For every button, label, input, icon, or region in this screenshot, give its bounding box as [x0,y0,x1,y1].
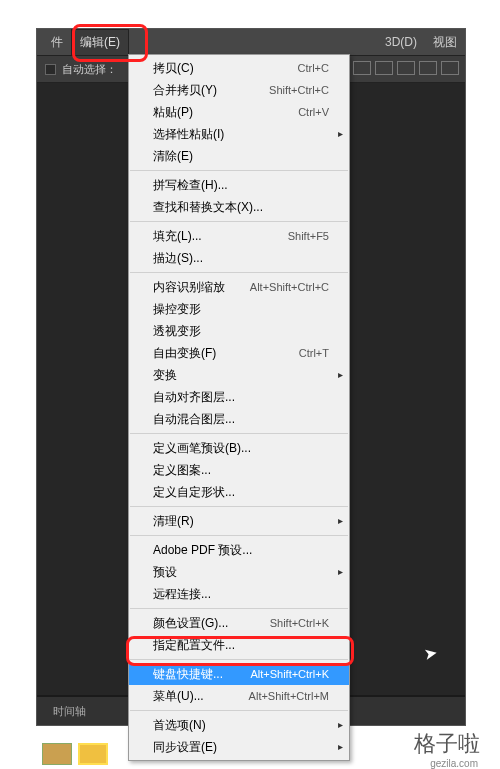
menu-item-label: 自动对齐图层... [153,389,235,405]
menu-item[interactable]: 拼写检查(H)... [129,174,349,196]
menu-edit[interactable]: 编辑(E) [71,29,129,56]
menu-item[interactable]: 选择性粘贴(I) [129,123,349,145]
menu-item[interactable]: 指定配置文件... [129,634,349,656]
menu-view[interactable]: 视图 [425,30,465,55]
menu-separator [130,659,348,660]
menu-item-label: 预设 [153,564,177,580]
menu-item-label: 键盘快捷键... [153,666,223,682]
menu-item-shortcut: Shift+Ctrl+K [270,615,329,631]
menu-item[interactable]: 定义画笔预设(B)... [129,437,349,459]
menu-item-label: 远程连接... [153,586,211,602]
menu-item[interactable]: 清除(E) [129,145,349,167]
thumbnail[interactable] [42,743,72,765]
menu-separator [130,272,348,273]
menu-item[interactable]: 描边(S)... [129,247,349,269]
align-icons-group [353,61,459,75]
align-top-icon[interactable] [419,61,437,75]
menu-item[interactable]: 同步设置(E) [129,736,349,758]
menu-item[interactable]: 清理(R) [129,510,349,532]
menu-separator [130,710,348,711]
menu-item[interactable]: 填充(L)...Shift+F5 [129,225,349,247]
menu-separator [130,535,348,536]
menu-item-label: 拷贝(C) [153,60,194,76]
menu-item-label: 自由变换(F) [153,345,216,361]
menu-separator [130,433,348,434]
menu-item[interactable]: 自动对齐图层... [129,386,349,408]
menu-item[interactable]: 首选项(N) [129,714,349,736]
menu-item-label: 定义画笔预设(B)... [153,440,251,456]
menu-item-shortcut: Alt+Shift+Ctrl+K [250,666,329,682]
menu-item[interactable]: 透视变形 [129,320,349,342]
align-right-icon[interactable] [397,61,415,75]
thumbnail-strip [42,743,108,765]
menubar: 件 编辑(E) 3D(D) 视图 [37,29,465,55]
menu-item[interactable]: 定义图案... [129,459,349,481]
menu-item-shortcut: Ctrl+C [298,60,329,76]
menu-item[interactable]: 键盘快捷键...Alt+Shift+Ctrl+K [129,663,349,685]
menu-item-label: 定义自定形状... [153,484,235,500]
menu-item[interactable]: 内容识别缩放Alt+Shift+Ctrl+C [129,276,349,298]
menu-item-label: 合并拷贝(Y) [153,82,217,98]
menu-item-label: 透视变形 [153,323,201,339]
menu-item-label: 拼写检查(H)... [153,177,228,193]
menu-item-shortcut: Shift+Ctrl+C [269,82,329,98]
menu-item[interactable]: 粘贴(P)Ctrl+V [129,101,349,123]
menu-item-shortcut: Shift+F5 [288,228,329,244]
align-center-icon[interactable] [375,61,393,75]
menu-item[interactable]: 查找和替换文本(X)... [129,196,349,218]
menu-item[interactable]: 远程连接... [129,583,349,605]
menu-item-label: 内容识别缩放 [153,279,225,295]
auto-select-label: 自动选择： [62,62,117,77]
menu-item[interactable]: 定义自定形状... [129,481,349,503]
menu-item-label: 菜单(U)... [153,688,204,704]
menu-item[interactable]: Adobe PDF 预设... [129,539,349,561]
watermark-brand: 格子啦 [414,729,480,759]
menu-3d[interactable]: 3D(D) [377,31,425,53]
menu-item-label: 颜色设置(G)... [153,615,228,631]
align-middle-icon[interactable] [441,61,459,75]
menu-item-label: 变换 [153,367,177,383]
menu-item-shortcut: Alt+Shift+Ctrl+M [249,688,329,704]
thumbnail-selected[interactable] [78,743,108,765]
watermark-url: gezila.com [430,758,478,769]
align-left-icon[interactable] [353,61,371,75]
menu-item[interactable]: 操控变形 [129,298,349,320]
menu-item-label: 首选项(N) [153,717,206,733]
menu-item-label: 清理(R) [153,513,194,529]
menu-item[interactable]: 变换 [129,364,349,386]
menu-item-label: 粘贴(P) [153,104,193,120]
menu-item-shortcut: Ctrl+T [299,345,329,361]
menu-item[interactable]: 拷贝(C)Ctrl+C [129,57,349,79]
menu-item-shortcut: Alt+Shift+Ctrl+C [250,279,329,295]
menu-separator [130,608,348,609]
menu-item-label: 定义图案... [153,462,211,478]
menu-separator [130,506,348,507]
edit-dropdown-menu: 拷贝(C)Ctrl+C合并拷贝(Y)Shift+Ctrl+C粘贴(P)Ctrl+… [128,54,350,761]
menu-item-label: Adobe PDF 预设... [153,542,252,558]
menu-item-label: 清除(E) [153,148,193,164]
menu-item[interactable]: 菜单(U)...Alt+Shift+Ctrl+M [129,685,349,707]
menu-item-shortcut: Ctrl+V [298,104,329,120]
menu-item[interactable]: 预设 [129,561,349,583]
menu-separator [130,221,348,222]
menu-item-label: 操控变形 [153,301,201,317]
menu-item[interactable]: 自由变换(F)Ctrl+T [129,342,349,364]
menu-item-label: 查找和替换文本(X)... [153,199,263,215]
menu-item[interactable]: 颜色设置(G)...Shift+Ctrl+K [129,612,349,634]
timeline-tab[interactable]: 时间轴 [43,700,96,723]
menu-item-label: 选择性粘贴(I) [153,126,224,142]
menu-file[interactable]: 件 [43,30,71,55]
auto-select-checkbox[interactable] [45,64,56,75]
menu-item-label: 填充(L)... [153,228,202,244]
menu-separator [130,170,348,171]
menu-item-label: 指定配置文件... [153,637,235,653]
menu-item-label: 描边(S)... [153,250,203,266]
menu-item[interactable]: 自动混合图层... [129,408,349,430]
menu-item-label: 同步设置(E) [153,739,217,755]
menu-item[interactable]: 合并拷贝(Y)Shift+Ctrl+C [129,79,349,101]
menu-item-label: 自动混合图层... [153,411,235,427]
